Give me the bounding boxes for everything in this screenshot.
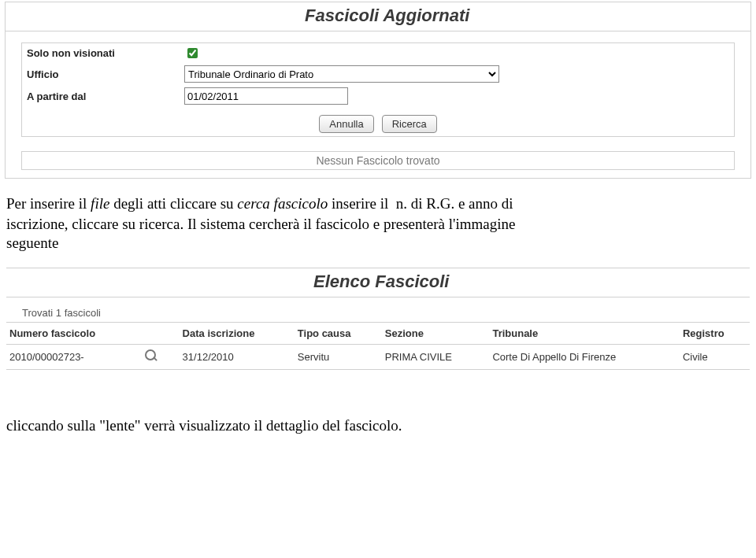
elenco-title: Elenco Fascicoli [6, 268, 750, 297]
text-cerca-italic: cerca fascicolo [237, 195, 328, 212]
col-numero: Numero fascicolo [6, 323, 142, 345]
col-tribunale: Tribunale [489, 323, 680, 345]
results-table-wrap: Numero fascicolo Data iscrizione Tipo ca… [6, 322, 750, 370]
panel-title: Fascicoli Aggiornati [6, 2, 750, 31]
search-form: Solo non visionati Ufficio Tribunale Ord… [21, 42, 735, 137]
table-header-row: Numero fascicolo Data iscrizione Tipo ca… [6, 323, 750, 345]
cell-registro: Civile [680, 345, 750, 370]
checkbox-solo-non-visionati[interactable] [187, 48, 198, 58]
results-table: Numero fascicolo Data iscrizione Tipo ca… [6, 322, 750, 370]
updated-files-panel: Fascicoli Aggiornati Solo non visionati … [5, 2, 751, 179]
text-prefix: Per inserire il [6, 195, 91, 212]
label-ufficio: Ufficio [27, 68, 184, 80]
table-row: 2010/00002723- 31/12/2010 Servitu PRIMA … [6, 345, 750, 370]
ricerca-button[interactable]: Ricerca [382, 115, 437, 133]
instruction-line3: seguente [6, 235, 58, 251]
select-ufficio[interactable]: Tribunale Ordinario di Prato [184, 65, 499, 83]
cell-numero: 2010/00002723- [6, 345, 142, 370]
label-solo-non-visionati: Solo non visionati [27, 47, 184, 59]
col-tipo: Tipo causa [295, 323, 382, 345]
annulla-button[interactable]: Annulla [319, 115, 373, 133]
text-mid2: inserire il n. di R.G. e anno di [328, 195, 513, 212]
cell-tribunale: Corte Di Appello Di Firenze [489, 345, 680, 370]
instruction-text-1: Per inserire il file degli atti cliccare… [6, 194, 750, 252]
status-message: Nessun Fascicolo trovato [21, 151, 735, 170]
input-a-partire-dal[interactable] [184, 87, 348, 105]
label-a-partire-dal: A partire dal [27, 91, 184, 102]
text-mid1: degli atti cliccare su [109, 195, 237, 212]
magnifier-icon[interactable] [145, 349, 158, 362]
footer-instruction: cliccando sulla "lente" verrà visualizza… [6, 417, 750, 434]
cell-tipo: Servitu [295, 345, 382, 370]
cell-data: 31/12/2010 [180, 345, 295, 370]
cell-sezione: PRIMA CIVILE [382, 345, 490, 370]
col-data: Data iscrizione [180, 323, 295, 345]
instruction-line2: iscrizione, cliccare su ricerca. Il sist… [6, 216, 515, 232]
col-registro: Registro [680, 323, 750, 345]
found-count: Trovati 1 fascicoli [22, 307, 750, 319]
text-file-italic: file [91, 195, 109, 212]
col-sezione: Sezione [382, 323, 490, 345]
